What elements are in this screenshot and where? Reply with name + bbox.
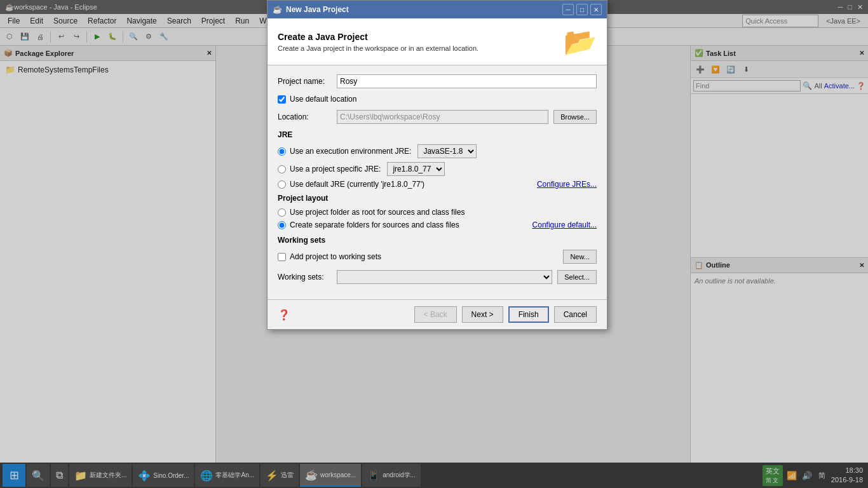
jre-project-specific-label: Use a project specific JRE:: [290, 165, 381, 173]
next-button[interactable]: Next >: [462, 306, 503, 323]
dialog-titlebar: ☕ New Java Project ─ □ ✕: [268, 1, 607, 18]
use-default-location-checkbox[interactable]: [278, 95, 286, 104]
dialog-title-text: New Java Project: [286, 5, 349, 14]
dialog-header-section: Create a Java Project Create a Java proj…: [268, 18, 607, 65]
layout-project-folder-label: Use project folder as root for sources a…: [290, 208, 465, 217]
layout-radio-group: Use project folder as root for sources a…: [278, 208, 597, 229]
jre-exec-env-select[interactable]: JavaSE-1.8: [417, 144, 477, 158]
layout-radio-separate-folders[interactable]: [278, 221, 286, 229]
jre-radio-project-specific[interactable]: [278, 165, 286, 173]
layout-option-project-folder: Use project folder as root for sources a…: [278, 208, 597, 217]
dialog-close-btn[interactable]: ✕: [590, 4, 602, 15]
use-default-location-label: Use default location: [290, 95, 356, 104]
browse-button[interactable]: Browse...: [553, 110, 597, 124]
project-name-row: Project name:: [278, 74, 597, 88]
new-java-project-dialog: ☕ New Java Project ─ □ ✕ Create a Java P…: [267, 0, 607, 330]
jre-exec-env-label: Use an execution environment JRE:: [290, 147, 411, 156]
jre-option-exec-env: Use an execution environment JRE: JavaSE…: [278, 144, 597, 158]
working-sets-row: Working sets: Select...: [278, 270, 597, 284]
new-working-set-button[interactable]: New...: [563, 250, 597, 264]
location-input[interactable]: [337, 110, 548, 124]
jre-radio-exec-env[interactable]: [278, 147, 286, 156]
dialog-main-title: Create a Java Project: [278, 32, 478, 42]
dialog-footer: ❓ < Back Next > Finish Cancel: [268, 299, 607, 329]
back-button[interactable]: < Back: [414, 306, 457, 323]
layout-section-heading: Project layout: [278, 194, 597, 203]
jre-option-default: Use default JRE (currently 'jre1.8.0_77'…: [278, 180, 597, 189]
location-label: Location:: [278, 112, 332, 121]
jre-radio-group: Use an execution environment JRE: JavaSE…: [278, 144, 597, 189]
project-name-label: Project name:: [278, 77, 332, 86]
jre-radio-default[interactable]: [278, 180, 286, 189]
add-to-working-sets-checkbox[interactable]: [278, 253, 286, 261]
configure-jres-link[interactable]: Configure JREs...: [537, 180, 597, 189]
dialog-minimize-btn[interactable]: ─: [562, 4, 574, 15]
dialog-subtitle: Create a Java project in the workspace o…: [278, 44, 478, 52]
dialog-window-controls: ─ □ ✕: [562, 4, 602, 15]
select-working-set-button[interactable]: Select...: [557, 270, 597, 284]
jre-default-label: Use default JRE (currently 'jre1.8.0_77'…: [290, 180, 424, 189]
use-default-location-row: Use default location: [278, 95, 597, 104]
dialog-maximize-btn[interactable]: □: [576, 4, 588, 15]
jre-section-heading: JRE: [278, 130, 597, 139]
dialog-title-icon: ☕: [273, 5, 282, 14]
add-to-working-sets-row: Add project to working sets New...: [278, 250, 597, 264]
help-icon[interactable]: ❓: [278, 309, 290, 321]
finish-button[interactable]: Finish: [508, 306, 549, 323]
jre-option-project-specific: Use a project specific JRE: jre1.8.0_77: [278, 162, 597, 176]
dialog-header-icon: 📂: [564, 26, 597, 57]
project-name-input[interactable]: [337, 74, 597, 88]
configure-default-link[interactable]: Configure default...: [532, 220, 597, 229]
jre-project-specific-select[interactable]: jre1.8.0_77: [387, 162, 445, 176]
working-sets-select[interactable]: [337, 270, 552, 284]
working-sets-heading: Working sets: [278, 236, 597, 245]
layout-radio-project-folder[interactable]: [278, 208, 286, 217]
layout-option-separate-folders: Create separate folders for sources and …: [278, 220, 597, 229]
cancel-button[interactable]: Cancel: [554, 306, 597, 323]
layout-separate-folders-label: Create separate folders for sources and …: [290, 220, 459, 229]
dialog-header-text: Create a Java Project Create a Java proj…: [278, 32, 478, 52]
dialog-body: Project name: Use default location Locat…: [268, 65, 607, 299]
add-to-working-sets-label: Add project to working sets: [290, 252, 381, 261]
working-sets-label: Working sets:: [278, 273, 332, 281]
working-sets-section: Working sets Add project to working sets…: [278, 236, 597, 284]
location-row: Location: Browse...: [278, 110, 597, 124]
